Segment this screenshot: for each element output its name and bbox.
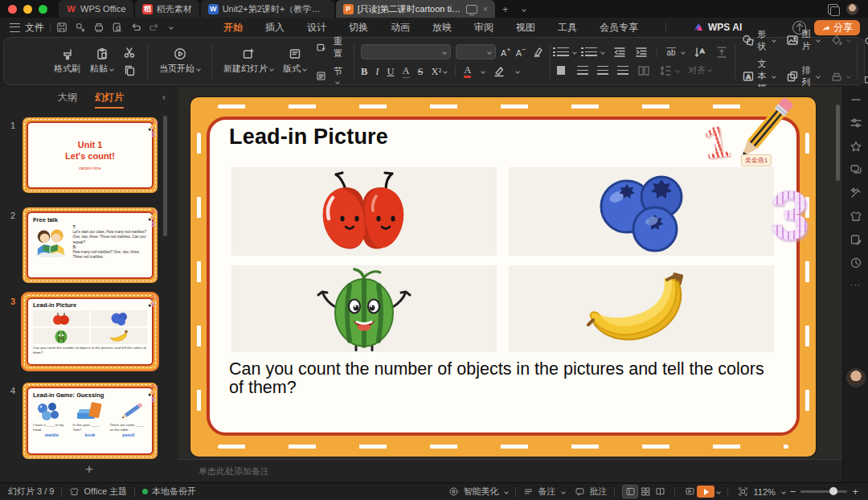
menu-tab-slideshow[interactable]: 放映 bbox=[432, 18, 452, 37]
account-avatar[interactable] bbox=[846, 3, 858, 15]
normal-view-button[interactable] bbox=[622, 485, 638, 498]
add-slide-button[interactable]: + bbox=[0, 461, 178, 477]
close-window-button[interactable] bbox=[8, 5, 17, 14]
menu-tab-membership[interactable]: 会员专享 bbox=[599, 18, 639, 37]
shrink-font-button[interactable]: A− bbox=[516, 46, 526, 58]
smart-beautify-button[interactable]: 智能美化 bbox=[448, 486, 508, 498]
zoom-out-button[interactable]: − bbox=[790, 486, 796, 498]
layout-button[interactable]: 版式 bbox=[278, 47, 311, 75]
align-left-button[interactable] bbox=[557, 66, 568, 75]
slide-sorter-view-button[interactable] bbox=[638, 486, 653, 498]
menu-tab-review[interactable]: 审阅 bbox=[473, 18, 494, 37]
panel-scrollbar[interactable] bbox=[163, 116, 167, 236]
cut-icon[interactable] bbox=[123, 46, 136, 59]
align-center-button[interactable] bbox=[577, 66, 588, 75]
increase-indent-icon[interactable] bbox=[635, 46, 648, 59]
print-icon[interactable] bbox=[93, 22, 104, 33]
menu-tab-animation[interactable]: 动画 bbox=[390, 18, 411, 37]
menu-tab-home[interactable]: 开始 bbox=[223, 18, 244, 37]
slide-canvas[interactable]: Lead-in Picture bbox=[178, 87, 842, 482]
close-tab-icon[interactable]: × bbox=[483, 4, 488, 14]
decrease-indent-icon[interactable] bbox=[613, 46, 626, 59]
slideshow-play-button[interactable] bbox=[697, 486, 714, 498]
redo-icon[interactable] bbox=[149, 22, 160, 33]
more-tools-icon[interactable]: ··· bbox=[850, 280, 862, 289]
slide-thumbnail-4[interactable]: 4 123 Lead-in Game: Guessing I have a __… bbox=[23, 383, 158, 459]
tab-wps-office[interactable]: W WPS Office bbox=[59, 0, 133, 18]
font-size-select[interactable] bbox=[456, 44, 496, 59]
zoom-in-button[interactable]: + bbox=[852, 486, 858, 498]
wps-ai-button[interactable]: WPS AI bbox=[693, 22, 742, 33]
menu-tab-insert[interactable]: 插入 bbox=[264, 18, 285, 37]
menu-tab-view[interactable]: 视图 bbox=[515, 18, 536, 37]
clear-format-icon[interactable] bbox=[530, 46, 543, 59]
tab-slides[interactable]: 幻灯片 bbox=[95, 91, 124, 105]
grow-font-button[interactable]: A+ bbox=[501, 46, 511, 58]
notes-toggle-button[interactable]: 备注 bbox=[523, 486, 565, 498]
number-chevron[interactable] bbox=[601, 50, 606, 55]
canvas-scrollbar[interactable] bbox=[836, 105, 840, 181]
zoom-slider-thumb[interactable] bbox=[829, 487, 837, 495]
font-color-chevron[interactable] bbox=[481, 69, 486, 74]
vertical-text-icon[interactable]: A bbox=[694, 46, 706, 59]
local-backup-status[interactable]: 本地备份开 bbox=[142, 486, 196, 498]
slide-thumbnail-2[interactable]: 2 123 Free talk bbox=[23, 207, 158, 283]
tab-list-chevron[interactable] bbox=[514, 3, 531, 15]
apples-image[interactable] bbox=[231, 167, 497, 256]
superscript-button[interactable]: X² bbox=[432, 66, 448, 78]
shapes-button[interactable]: 形状 bbox=[742, 28, 776, 52]
play-settings-button[interactable] bbox=[682, 486, 697, 498]
design-tools-icon[interactable] bbox=[850, 186, 862, 199]
format-painter-button[interactable]: 格式刷 bbox=[49, 47, 85, 75]
export-icon[interactable] bbox=[75, 22, 86, 33]
new-slide-button[interactable]: 新建幻灯片 bbox=[219, 47, 278, 75]
zoom-level[interactable]: 112% bbox=[753, 487, 784, 497]
collapse-panel-icon[interactable]: ‹ bbox=[162, 91, 166, 103]
slide-title-text[interactable]: Lead-in Picture bbox=[229, 125, 388, 150]
window-stack-icon[interactable] bbox=[828, 4, 838, 14]
maximize-window-button[interactable] bbox=[39, 5, 47, 14]
watermelon-image[interactable] bbox=[231, 265, 497, 352]
menu-tab-design[interactable]: 设计 bbox=[306, 18, 327, 37]
file-menu[interactable]: 文件 bbox=[25, 21, 44, 35]
section-button[interactable]: 节 bbox=[316, 65, 342, 87]
collaborator-avatar[interactable] bbox=[846, 368, 866, 387]
signature-icon[interactable] bbox=[850, 233, 862, 246]
bananas-image[interactable] bbox=[509, 265, 774, 352]
numbered-list-button[interactable] bbox=[585, 47, 597, 56]
merge-shapes-button[interactable] bbox=[830, 70, 850, 83]
blueberries-image[interactable] bbox=[509, 167, 774, 256]
tab-ppt-document-active[interactable]: P [只读]第二课时cartoon time × bbox=[336, 0, 495, 18]
strikethrough-button[interactable]: S bbox=[418, 66, 424, 78]
collapse-sidebar-icon[interactable] bbox=[850, 93, 862, 106]
bold-button[interactable]: B bbox=[361, 66, 367, 78]
text-direction-button[interactable]: ab bbox=[666, 47, 675, 57]
highlight-color-button[interactable] bbox=[493, 65, 506, 78]
fill-bucket-button[interactable] bbox=[830, 34, 850, 47]
align-objects-button[interactable]: 对齐 bbox=[688, 64, 711, 76]
reading-view-button[interactable] bbox=[653, 486, 667, 498]
font-color-button[interactable]: A bbox=[464, 65, 471, 78]
char-spacing-button[interactable]: A bbox=[403, 65, 410, 78]
menu-tab-tools[interactable]: 工具 bbox=[557, 18, 578, 37]
textdir-chevron[interactable] bbox=[681, 50, 686, 55]
font-name-select[interactable] bbox=[361, 44, 451, 59]
columns-icon[interactable] bbox=[637, 64, 650, 77]
play-from-current-button[interactable]: 当页开始 bbox=[154, 47, 205, 75]
line-spacing-icon[interactable] bbox=[659, 64, 672, 77]
menu-tab-transition[interactable]: 切换 bbox=[348, 18, 369, 37]
present-screen-icon[interactable] bbox=[466, 5, 477, 14]
minimize-window-button[interactable] bbox=[23, 5, 32, 14]
slide-thumbnail-3-selected[interactable]: 3 13 Lead-in Picture bbox=[23, 293, 158, 370]
print-preview-icon[interactable] bbox=[112, 22, 123, 33]
bullet-chevron[interactable] bbox=[573, 50, 578, 55]
quick-access-chevron[interactable] bbox=[169, 25, 174, 30]
comments-toggle-button[interactable]: 批注 bbox=[575, 486, 607, 498]
properties-icon[interactable] bbox=[850, 117, 862, 129]
find-button[interactable]: 查找 bbox=[864, 25, 868, 59]
distribute-text-icon[interactable] bbox=[715, 46, 728, 59]
underline-button[interactable]: U bbox=[387, 66, 395, 78]
undo-icon[interactable] bbox=[130, 22, 141, 33]
highlight-chevron[interactable] bbox=[516, 69, 521, 74]
slide-question-text[interactable]: Can you count the number of objects in t… bbox=[229, 360, 772, 396]
